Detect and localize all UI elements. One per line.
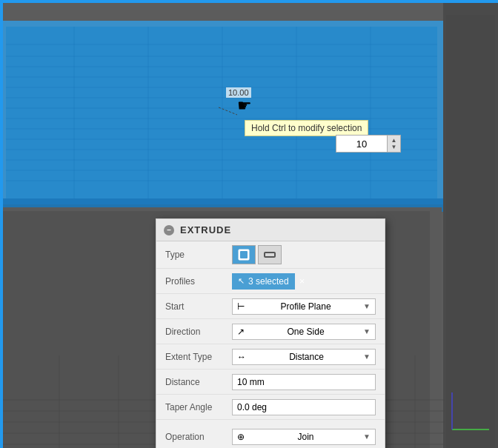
direction-row: Direction ↗ One Side ▼	[156, 319, 385, 344]
taper-label: Taper Angle	[165, 402, 232, 412]
direction-dropdown-icon: ↗	[237, 327, 245, 337]
extent-type-icon: ↔	[237, 352, 246, 362]
start-dropdown-value: Profile Plane	[281, 301, 331, 312]
profiles-row: Profiles ↖ 3 selected ×	[156, 269, 385, 294]
taper-control: 0.0 deg	[232, 399, 376, 415]
extrude-dialog: – EXTRUDE Type Profiles ↖ 3 selec	[156, 218, 385, 448]
start-label: Start	[165, 301, 232, 312]
start-control: ⊢ Profile Plane ▼	[232, 298, 376, 315]
tooltip-text: Hold Ctrl to modify selection	[251, 123, 362, 133]
extent-type-label: Extent Type	[165, 352, 232, 362]
svg-rect-22	[0, 198, 443, 212]
start-dropdown[interactable]: ⊢ Profile Plane ▼	[232, 298, 376, 315]
svg-rect-1	[0, 21, 443, 204]
dialog-header: – EXTRUDE	[156, 219, 385, 241]
distance-input[interactable]: 10 mm	[232, 374, 376, 390]
type-control	[232, 245, 376, 264]
svg-rect-24	[446, 15, 495, 448]
dimension-input[interactable]: 10	[336, 135, 388, 153]
extent-type-row: Extent Type ↔ Distance ▼	[156, 344, 385, 370]
profiles-label: Profiles	[165, 276, 232, 287]
svg-rect-2	[6, 27, 437, 198]
svg-rect-42	[0, 0, 498, 3]
svg-rect-41	[0, 0, 3, 448]
direction-control: ↗ One Side ▼	[232, 324, 376, 340]
distance-label: Distance	[165, 377, 232, 387]
profiles-control: ↖ 3 selected ×	[232, 273, 376, 290]
input-spinner[interactable]: ▲ ▼	[388, 135, 401, 153]
svg-line-43	[219, 107, 237, 115]
thin-icon	[264, 249, 276, 261]
dialog-title: EXTRUDE	[180, 224, 231, 235]
type-row: Type	[156, 241, 385, 269]
direction-dropdown-arrow: ▼	[363, 327, 371, 335]
operation-value: Join	[298, 432, 314, 442]
profiles-cursor-icon: ↖	[238, 276, 245, 286]
taper-input[interactable]: 0.0 deg	[232, 399, 376, 415]
extent-type-dropdown[interactable]: ↔ Distance ▼	[232, 349, 376, 365]
start-dropdown-arrow: ▼	[363, 302, 371, 310]
profiles-count: 3 selected	[248, 276, 289, 287]
direction-dropdown[interactable]: ↗ One Side ▼	[232, 324, 376, 340]
dialog-collapse-icon[interactable]: –	[164, 225, 174, 235]
type-thin-button[interactable]	[258, 245, 282, 264]
start-dropdown-icon: ⊢	[237, 301, 245, 312]
start-row: Start ⊢ Profile Plane ▼	[156, 294, 385, 319]
direction-dropdown-value: One Side	[288, 327, 325, 337]
operation-label: Operation	[165, 432, 232, 442]
cursor-icon: ☛	[237, 96, 252, 116]
distance-row: Distance 10 mm	[156, 370, 385, 395]
type-solid-button[interactable]	[232, 245, 256, 264]
profiles-clear-button[interactable]: ×	[299, 275, 305, 287]
operation-dropdown[interactable]: ⊕ Join ▼	[232, 429, 376, 445]
operation-dropdown-arrow: ▼	[363, 432, 371, 441]
tooltip: Hold Ctrl to modify selection	[245, 120, 368, 136]
operation-row: Operation ⊕ Join ▼	[156, 424, 385, 448]
svg-rect-45	[240, 251, 248, 258]
extent-type-control: ↔ Distance ▼	[232, 349, 376, 365]
extent-type-value: Distance	[289, 352, 324, 362]
taper-row: Taper Angle 0.0 deg	[156, 395, 385, 420]
svg-rect-23	[443, 0, 498, 448]
distance-control: 10 mm	[232, 374, 376, 390]
profiles-selected-button[interactable]: ↖ 3 selected	[232, 273, 295, 290]
operation-control: ⊕ Join ▼	[232, 429, 376, 445]
operation-icon: ⊕	[237, 432, 245, 442]
direction-label: Direction	[165, 327, 232, 337]
type-label: Type	[165, 250, 232, 260]
extent-type-dropdown-arrow: ▼	[363, 352, 371, 361]
solid-icon	[238, 249, 250, 261]
input-overlay: 10 ▲ ▼	[336, 135, 401, 153]
svg-rect-46	[265, 253, 275, 257]
